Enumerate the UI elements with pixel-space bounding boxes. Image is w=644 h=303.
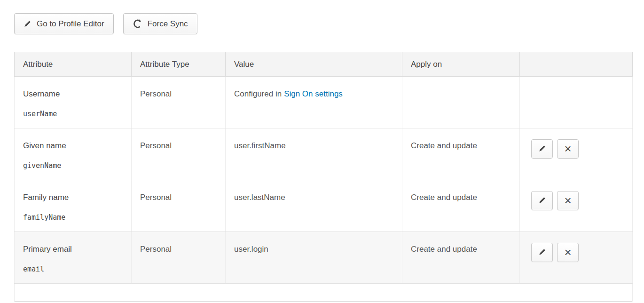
force-sync-button[interactable]: Force Sync (123, 13, 197, 34)
edit-mapping-button[interactable] (531, 139, 553, 159)
remove-mapping-button[interactable]: × (557, 191, 579, 210)
attribute-variable: email (23, 265, 123, 273)
column-header-attribute: Attribute (15, 52, 132, 77)
pencil-icon (24, 20, 31, 28)
attribute-label: Given name (23, 141, 123, 151)
row-actions: × (528, 191, 624, 210)
attribute-variable: familyName (23, 213, 123, 222)
row-actions: × (528, 243, 624, 262)
attribute-variable: userName (23, 110, 123, 118)
apply-on: Create and update (402, 128, 520, 180)
sign-on-settings-link[interactable]: Sign On settings (284, 89, 343, 98)
attribute-label: Family name (23, 193, 123, 202)
column-header-attribute-type: Attribute Type (132, 52, 226, 77)
table-row-empty (15, 284, 633, 302)
pencil-icon (538, 144, 546, 154)
go-to-profile-editor-button[interactable]: Go to Profile Editor (14, 13, 114, 34)
mapping-value: user.login (226, 232, 402, 284)
apply-on (402, 77, 520, 128)
column-header-apply-on: Apply on (402, 52, 520, 77)
table-row-family-name: Family name familyName Personal user.las… (15, 180, 633, 232)
go-to-profile-editor-label: Go to Profile Editor (37, 19, 104, 29)
toolbar: Go to Profile Editor Force Sync (14, 13, 632, 34)
attribute-label: Primary email (23, 245, 123, 254)
pencil-icon (538, 196, 546, 206)
table-row-username: Username userName Personal Configured in… (15, 77, 633, 128)
attribute-variable: givenName (23, 161, 123, 170)
remove-mapping-button[interactable]: × (557, 243, 579, 262)
close-icon: × (564, 246, 571, 258)
table-header-row: Attribute Attribute Type Value Apply on (15, 52, 633, 77)
attribute-type: Personal (132, 180, 226, 232)
attribute-mappings-page: Go to Profile Editor Force Sync Attribut… (0, 0, 644, 302)
attribute-label: Username (23, 89, 123, 99)
apply-on: Create and update (402, 232, 520, 284)
pencil-icon (538, 248, 546, 257)
close-icon: × (564, 194, 571, 207)
edit-mapping-button[interactable] (531, 243, 553, 262)
table-row-given-name: Given name givenName Personal user.first… (15, 128, 633, 180)
column-header-value: Value (226, 52, 402, 77)
table-row-primary-email: Primary email email Personal user.login … (15, 232, 633, 284)
attribute-mappings-table: Attribute Attribute Type Value Apply on … (14, 52, 633, 302)
apply-on: Create and update (402, 180, 520, 232)
force-sync-label: Force Sync (148, 19, 188, 29)
remove-mapping-button[interactable]: × (557, 139, 579, 159)
mapping-value: user.firstName (226, 128, 402, 180)
sync-icon (133, 19, 142, 29)
attribute-type: Personal (132, 77, 226, 128)
column-header-actions (520, 52, 633, 77)
edit-mapping-button[interactable] (531, 191, 553, 210)
attribute-type: Personal (132, 128, 226, 180)
close-icon: × (564, 143, 571, 155)
mapping-value: user.lastName (226, 180, 402, 232)
attribute-type: Personal (132, 232, 226, 284)
row-actions: × (528, 139, 624, 159)
value-text: Configured in (234, 89, 282, 98)
